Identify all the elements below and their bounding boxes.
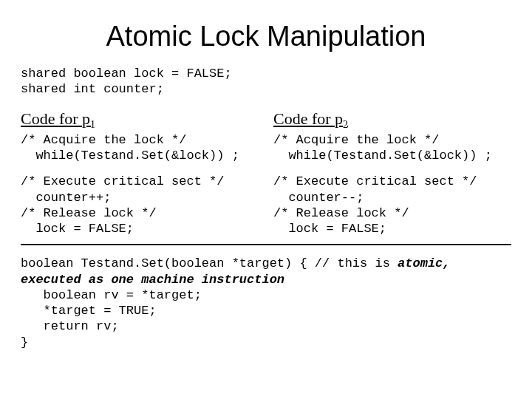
func-em-atomic: atomic,: [398, 256, 450, 270]
code-columns: Code for p1 /* Acquire the lock */ while…: [21, 109, 511, 237]
p2-body: /* Execute critical sect */ counter--; /…: [273, 174, 511, 236]
spacer: [21, 163, 259, 174]
col-p2: Code for p2 /* Acquire the lock */ while…: [273, 109, 511, 237]
slide-title: Atomic Lock Manipulation: [21, 21, 511, 52]
func-line-2: executed as one machine instruction: [21, 272, 511, 287]
func-line-1: boolean Testand.Set(boolean *target) { /…: [21, 256, 511, 271]
func-em-oneinstr: executed as one machine instruction: [21, 273, 284, 287]
heading-p1-text: Code for p: [21, 109, 90, 128]
heading-p1: Code for p1: [21, 109, 259, 131]
spacer: [273, 163, 511, 174]
p2-acquire: /* Acquire the lock */ while(Testand.Set…: [273, 132, 511, 164]
testandset-function: boolean Testand.Set(boolean *target) { /…: [21, 256, 511, 350]
func-body: boolean rv = *target; *target = TRUE; re…: [21, 287, 511, 350]
p1-body: /* Execute critical sect */ counter++; /…: [21, 174, 259, 236]
heading-p2: Code for p2: [273, 109, 511, 131]
slide: Atomic Lock Manipulation shared boolean …: [0, 0, 532, 399]
heading-p1-sub: 1: [90, 119, 95, 130]
shared-declarations: shared boolean lock = FALSE; shared int …: [21, 66, 511, 98]
col-p1: Code for p1 /* Acquire the lock */ while…: [21, 109, 259, 237]
heading-p2-text: Code for p: [273, 109, 343, 128]
func-sig: boolean Testand.Set(boolean *target) { /…: [21, 256, 398, 270]
heading-p2-sub: 2: [343, 119, 348, 130]
p1-acquire: /* Acquire the lock */ while(Testand.Set…: [21, 132, 259, 164]
separator-line: [21, 244, 511, 245]
